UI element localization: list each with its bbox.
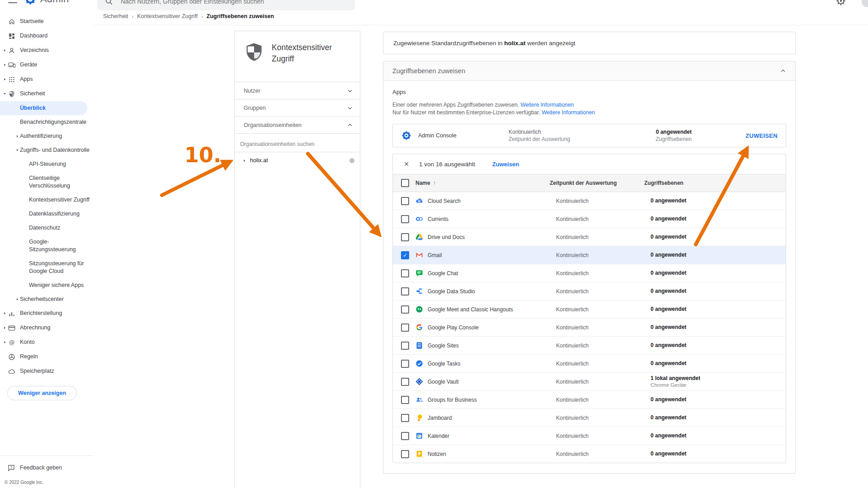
sidebar-item-kontextsensitiver-zugriff[interactable]: Kontextsensitiver Zugriff: [0, 193, 94, 207]
collapse-arrow-icon[interactable]: [2, 90, 7, 96]
expand-arrow-icon[interactable]: [2, 324, 7, 330]
sidebar-item-clientseitige-verschlüsselung[interactable]: Clientseitige Verschlüsselung: [0, 171, 94, 193]
table-row-google-meet-and-classic-hangouts[interactable]: Google Meet and Classic HangoutsKontinui…: [393, 300, 786, 319]
feedback-button[interactable]: Feedback geben: [7, 464, 94, 472]
sidebar-item-benachrichtigungszentrale[interactable]: Benachrichtigungszentrale: [0, 115, 94, 129]
collapse-chevron-icon[interactable]: [779, 67, 787, 75]
row-checkbox[interactable]: [401, 215, 409, 223]
sidebar-item-berichterstellung[interactable]: Berichterstellung: [0, 306, 94, 321]
table-row-gmail[interactable]: ✓GmailKontinuierlich0 angewendet: [393, 246, 786, 264]
expand-arrow-icon[interactable]: [2, 338, 7, 344]
table-row-google-play-console[interactable]: Google Play ConsoleKontinuierlich0 angew…: [393, 319, 786, 337]
row-checkbox[interactable]: [401, 360, 409, 368]
sidebar-item-startseite[interactable]: Startseite: [0, 14, 94, 29]
sidebar-item-label: Speicherplatz: [20, 367, 54, 375]
evaluation-value: Kontinuierlich: [556, 451, 651, 457]
app-name: Drive und Docs: [428, 234, 556, 240]
evaluation-value: Kontinuierlich: [556, 306, 651, 313]
sidebar-item-label: Datenschutz: [29, 224, 60, 232]
table-row-cloud-search[interactable]: Cloud SearchKontinuierlich0 angewendet: [393, 192, 786, 210]
row-checkbox[interactable]: [401, 450, 409, 458]
scope-section-nutzer[interactable]: Nutzer: [235, 82, 360, 99]
table-row-notizen[interactable]: NotizenKontinuierlich0 angewendet: [393, 445, 786, 463]
assign-button[interactable]: ZUWEISEN: [745, 132, 778, 139]
collapse-arrow-icon[interactable]: [14, 146, 20, 152]
sidebar-item-weniger-sichere-apps[interactable]: Weniger sichere Apps: [0, 278, 94, 292]
breadcrumb-item[interactable]: Kontextsensitiver Zugriff: [137, 13, 198, 19]
table-row-kalender[interactable]: KalenderKontinuierlich0 angewendet: [393, 427, 786, 445]
row-checkbox[interactable]: [401, 414, 409, 422]
breadcrumb-item[interactable]: Sicherheit: [103, 13, 128, 19]
row-checkbox[interactable]: [401, 287, 409, 296]
applied-value: 0 angewendet: [651, 360, 778, 367]
sidebar-item-sitzungssteuerung-für-google-cloud[interactable]: Sitzungssteuerung für Google Cloud: [0, 257, 94, 278]
section-header[interactable]: Zugriffsebenen zuweisen: [383, 61, 795, 81]
sidebar-item-sicherheit[interactable]: Sicherheit: [0, 87, 94, 101]
sidebar-item-konto[interactable]: @Konto: [0, 335, 94, 350]
gear-icon[interactable]: [835, 0, 846, 6]
row-checkbox[interactable]: ✓: [401, 251, 409, 259]
row-checkbox[interactable]: [401, 396, 409, 404]
sidebar-item-speicherplatz[interactable]: Speicherplatz: [0, 364, 94, 379]
sidebar-item-geräte[interactable]: Geräte: [0, 58, 94, 72]
org-unit-item[interactable]: holix.at: [235, 152, 360, 169]
more-info-link[interactable]: Weitere Informationen: [520, 102, 574, 108]
table-row-google-sites[interactable]: Google SitesKontinuierlich0 angewendet: [393, 337, 786, 355]
table-row-google-data-studio[interactable]: Google Data StudioKontinuierlich0 angewe…: [393, 282, 786, 300]
sidebar-item-sicherheitscenter[interactable]: Sicherheitscenter: [0, 292, 94, 306]
scope-section-organisationseinheiten[interactable]: Organisationseinheiten: [235, 116, 360, 133]
row-checkbox[interactable]: [401, 197, 409, 205]
org-unit-search-field[interactable]: Organisationseinheiten suchen: [235, 133, 360, 152]
sidebar-item-überblick[interactable]: Überblick: [0, 101, 87, 115]
sidebar-item-datenschutz[interactable]: Datenschutz: [0, 221, 94, 235]
row-checkbox[interactable]: [401, 233, 409, 241]
chevron-up-icon[interactable]: [346, 122, 354, 129]
sidebar-item-datenklassifizierung[interactable]: Datenklassifizierung: [0, 207, 94, 221]
expand-arrow-icon[interactable]: [2, 61, 7, 67]
sidebar-item-regeln[interactable]: Regeln: [0, 350, 94, 364]
sidebar-item-dashboard[interactable]: Dashboard: [0, 29, 94, 43]
assign-selected-button[interactable]: Zuweisen: [492, 161, 519, 168]
expand-arrow-icon[interactable]: [14, 132, 20, 138]
row-checkbox[interactable]: [401, 269, 409, 277]
column-header-name[interactable]: Name: [415, 180, 430, 186]
table-row-drive-und-docs[interactable]: Drive und DocsKontinuierlich0 angewendet: [393, 228, 786, 246]
hamburger-menu-icon[interactable]: [8, 0, 17, 3]
sidebar-item-abrechnung[interactable]: Abrechnung: [0, 321, 94, 335]
table-row-currents[interactable]: CurrentsKontinuierlich0 angewendet: [393, 210, 786, 228]
expander-spacer: [24, 174, 29, 176]
chevron-down-icon[interactable]: [346, 104, 354, 112]
clear-selection-icon[interactable]: ×: [402, 159, 411, 169]
row-checkbox[interactable]: [401, 342, 409, 350]
row-checkbox[interactable]: [401, 324, 409, 332]
global-search[interactable]: [97, 0, 355, 10]
sidebar-item-authentifizierung[interactable]: Authentifizierung: [0, 129, 94, 143]
evaluation-value: Kontinuierlich: [556, 198, 651, 204]
sidebar-item-apps[interactable]: Apps: [0, 72, 94, 87]
row-checkbox[interactable]: [401, 432, 409, 440]
sidebar-item-zugriffs-und-datenkontrolle[interactable]: Zugriffs- und Datenkontrolle: [0, 143, 94, 157]
table-row-groups-for-business[interactable]: Groups for BusinessKontinuierlich0 angew…: [393, 391, 786, 409]
row-checkbox[interactable]: [401, 305, 409, 314]
chevron-down-icon[interactable]: [346, 87, 354, 94]
expand-arrow-icon[interactable]: [14, 296, 20, 301]
show-less-button[interactable]: Weniger anzeigen: [7, 386, 77, 400]
sort-ascending-icon[interactable]: ↑: [433, 180, 436, 186]
sidebar-item-api-steuerung[interactable]: API-Steuerung: [0, 157, 94, 171]
expand-arrow-icon[interactable]: [2, 47, 7, 52]
sidebar-item-google-sitzungssteuerung[interactable]: Google- Sitzungssteuerung: [0, 235, 94, 257]
search-input[interactable]: [120, 0, 348, 5]
select-all-checkbox[interactable]: [401, 179, 409, 187]
table-row-jamboard[interactable]: JamboardKontinuierlich0 angewendet: [393, 409, 786, 427]
more-info-link[interactable]: Weitere Informationen: [542, 109, 595, 116]
scope-section-gruppen[interactable]: Gruppen: [235, 99, 360, 116]
avatar[interactable]: [862, 0, 868, 7]
expand-arrow-icon[interactable]: [242, 158, 246, 163]
sidebar-item-verzeichnis[interactable]: Verzeichnis: [0, 43, 94, 58]
table-row-google-tasks[interactable]: Google TasksKontinuierlich0 angewendet: [393, 355, 786, 373]
expand-arrow-icon[interactable]: [2, 310, 7, 315]
table-row-google-vault[interactable]: Google VaultKontinuierlich1 lokal angewe…: [393, 373, 786, 391]
row-checkbox[interactable]: [401, 378, 409, 386]
expand-arrow-icon[interactable]: [2, 75, 7, 81]
table-row-google-chat[interactable]: Google ChatKontinuierlich0 angewendet: [393, 264, 786, 282]
